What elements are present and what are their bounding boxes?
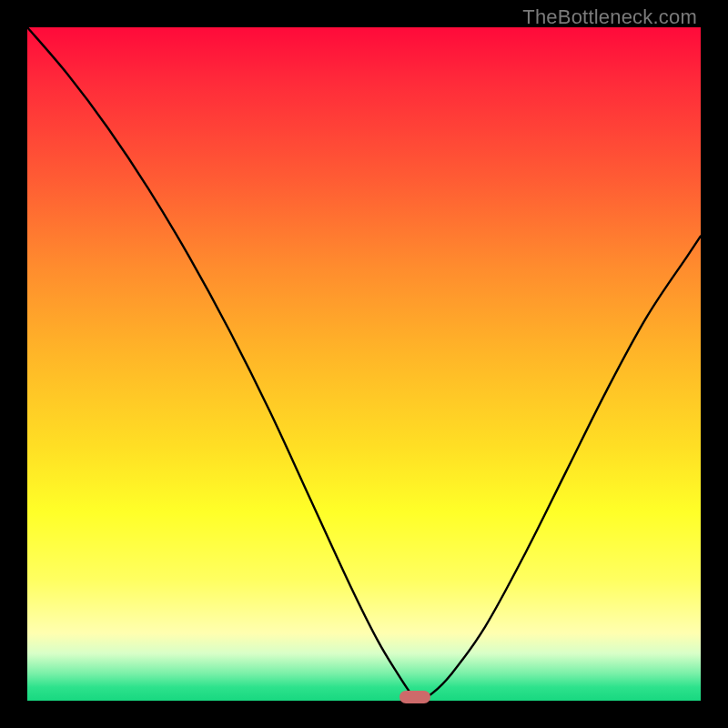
chart-container: TheBottleneck.com bbox=[0, 0, 728, 728]
bottleneck-curve bbox=[27, 27, 701, 701]
plot-area bbox=[27, 27, 701, 701]
watermark-text: TheBottleneck.com bbox=[522, 5, 697, 29]
optimal-point-marker bbox=[399, 691, 430, 703]
